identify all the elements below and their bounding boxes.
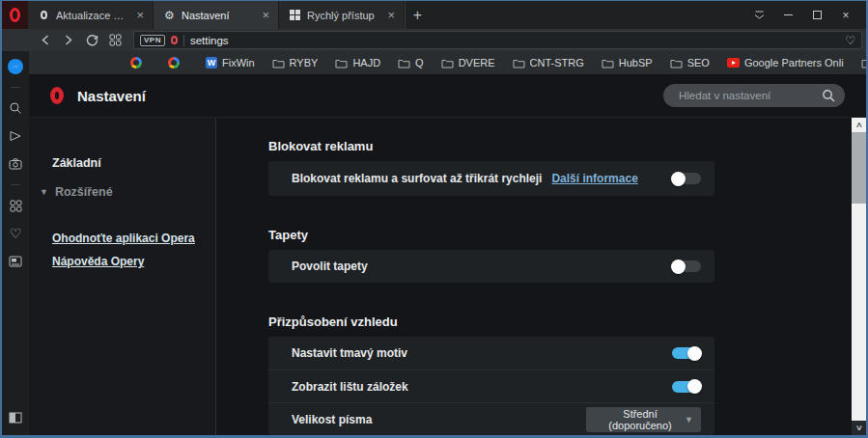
news-panel-icon[interactable] xyxy=(8,254,23,269)
gear-icon: ⚙ xyxy=(163,10,176,21)
page-title: Nastavení xyxy=(77,88,146,104)
section-heading-wallpapers: Tapety xyxy=(268,228,714,242)
tab-speed-dial[interactable]: Rychlý přístup × xyxy=(279,1,405,29)
folder-icon xyxy=(670,58,683,68)
folder-icon xyxy=(335,58,348,68)
bookmark-label: RYBY xyxy=(290,57,319,68)
settings-body: Základní ▼ Rozšířené Ohodnoťte aplikaci … xyxy=(29,117,866,435)
opera-sidebar: ♡ xyxy=(2,51,29,435)
ad-blocking-toggle[interactable] xyxy=(672,173,701,184)
tab-close-icon[interactable]: × xyxy=(385,9,397,21)
settings-nav: Základní ▼ Rozšířené Ohodnoťte aplikaci … xyxy=(29,118,216,435)
scrollbar-thumb[interactable] xyxy=(852,132,866,204)
chevron-down-icon: ▼ xyxy=(40,187,48,197)
opera-logo-icon xyxy=(10,8,20,22)
bookmarks-heart-icon[interactable]: ♡ xyxy=(8,226,23,241)
font-size-row: Velikost písma Střední (doporučeno) ▼ xyxy=(268,402,714,435)
youtube-icon xyxy=(727,58,740,68)
bookmark-folder[interactable]: Q xyxy=(389,57,433,68)
back-icon[interactable] xyxy=(35,31,56,49)
opera-menu-button[interactable] xyxy=(2,1,28,29)
nav-item-advanced[interactable]: ▼ Rozšířené xyxy=(40,185,215,199)
tab-close-icon[interactable]: × xyxy=(134,9,146,21)
folder-icon xyxy=(513,58,525,68)
bookmark-folder[interactable]: DVERE xyxy=(433,57,504,68)
sidebar-setup-icon[interactable] xyxy=(8,410,23,425)
close-button[interactable]: × xyxy=(831,1,860,29)
address-toolbar: VPN settings ♡ xyxy=(2,29,866,51)
bookmarks-bar-toggle[interactable] xyxy=(672,381,701,393)
url-separator xyxy=(183,35,184,46)
bookmark-folder[interactable]: CNT-STRG xyxy=(504,57,593,68)
bookmark-heart-icon[interactable]: ♡ xyxy=(845,34,855,47)
speed-dial-icon[interactable] xyxy=(8,198,23,213)
nav-item-label: Rozšířené xyxy=(55,185,113,199)
settings-search[interactable] xyxy=(663,84,845,107)
bookmark-label: SEO xyxy=(687,57,710,68)
tab-label: Nastavení xyxy=(182,10,254,21)
forward-icon[interactable] xyxy=(58,31,79,49)
font-size-select[interactable]: Střední (doporučeno) ▼ xyxy=(586,407,701,432)
tab-menu-icon[interactable] xyxy=(744,1,773,29)
opera-logo-icon xyxy=(50,87,64,104)
bookmark-folder[interactable]: SEO xyxy=(661,57,718,68)
folder-icon xyxy=(441,58,454,68)
google-icon xyxy=(168,57,180,68)
opera-icon xyxy=(38,11,50,19)
folder-icon xyxy=(398,58,410,68)
bookmark-item[interactable]: Google Partners Onli xyxy=(718,57,853,68)
nav-item-basic[interactable]: Základní xyxy=(52,156,215,170)
scroll-up-icon[interactable]: ∧ xyxy=(852,118,866,132)
search-icon[interactable] xyxy=(8,100,23,116)
scroll-down-icon[interactable]: ∨ xyxy=(852,421,866,435)
tab-close-icon[interactable]: × xyxy=(260,9,271,21)
bookmark-label: Google Partners Onli xyxy=(744,57,844,68)
address-bar[interactable]: VPN settings ♡ xyxy=(133,31,862,49)
speed-dial-grid-icon[interactable] xyxy=(104,31,126,49)
chevron-down-icon: ▼ xyxy=(685,415,693,424)
opera-help-link[interactable]: Nápověda Opery xyxy=(52,255,215,268)
messenger-icon[interactable] xyxy=(8,59,23,74)
bookmark-folder[interactable]: HAJD xyxy=(326,57,389,68)
dark-theme-toggle[interactable] xyxy=(672,347,701,359)
section-heading-ad-blocking: Blokovat reklamu xyxy=(268,139,714,153)
my-flow-icon[interactable] xyxy=(8,128,23,144)
wallpapers-toggle[interactable] xyxy=(672,260,701,272)
settings-header: Nastavení xyxy=(29,74,866,117)
new-tab-button[interactable]: + xyxy=(405,1,430,29)
more-info-link[interactable]: Další informace xyxy=(551,172,637,185)
row-label: Povolit tapety xyxy=(292,260,368,273)
sidebar-divider xyxy=(11,87,20,88)
bookmark-folder[interactable]: ShopS xyxy=(853,57,866,68)
vpn-badge[interactable]: VPN xyxy=(140,35,165,46)
bookmarks-bar: WFixWin RYBY HAJD Q DVERE CNT-STRG HubSP… xyxy=(29,51,866,74)
bookmarks-bar-row: Zobrazit lištu záložek xyxy=(268,370,714,402)
opera-site-icon xyxy=(171,36,178,44)
bookmark-folder[interactable]: RYBY xyxy=(264,57,327,68)
url-text[interactable]: settings xyxy=(190,35,839,46)
settings-page: Nastavení Základní ▼ Rozšířené Ohodnoťte… xyxy=(29,74,866,435)
grid-icon xyxy=(289,10,301,20)
settings-search-input[interactable] xyxy=(677,89,822,102)
rate-opera-link[interactable]: Ohodnoťte aplikaci Opera xyxy=(52,232,215,245)
tab-settings[interactable]: ⚙ Nastavení × xyxy=(154,1,279,29)
bookmark-item[interactable] xyxy=(159,57,197,68)
bookmark-item[interactable]: WFixWin xyxy=(197,57,264,68)
select-value: Střední (doporučeno) xyxy=(596,408,685,431)
reload-icon[interactable] xyxy=(81,31,102,49)
scrollbar[interactable]: ∧ ∨ xyxy=(852,118,866,435)
w-blue-icon: W xyxy=(206,57,217,68)
folder-icon xyxy=(861,58,866,68)
bookmark-label: DVERE xyxy=(459,57,495,68)
tab-update-recovery[interactable]: Aktualizace & obnova × xyxy=(28,1,154,29)
tab-label: Aktualizace & obnova xyxy=(56,10,128,21)
tab-strip: Aktualizace & obnova × ⚙ Nastavení × Ryc… xyxy=(2,1,866,29)
minimize-button[interactable] xyxy=(773,1,802,29)
maximize-button[interactable] xyxy=(802,1,831,29)
snapshot-camera-icon[interactable] xyxy=(8,156,23,172)
wallpapers-row: Povolit tapety xyxy=(268,250,714,283)
bookmark-folder[interactable]: HubSP xyxy=(593,57,661,68)
row-label: Blokovat reklamu a surfovat až třikrát r… xyxy=(292,172,542,185)
window-controls: × xyxy=(744,1,866,29)
bookmark-item[interactable] xyxy=(122,57,159,68)
